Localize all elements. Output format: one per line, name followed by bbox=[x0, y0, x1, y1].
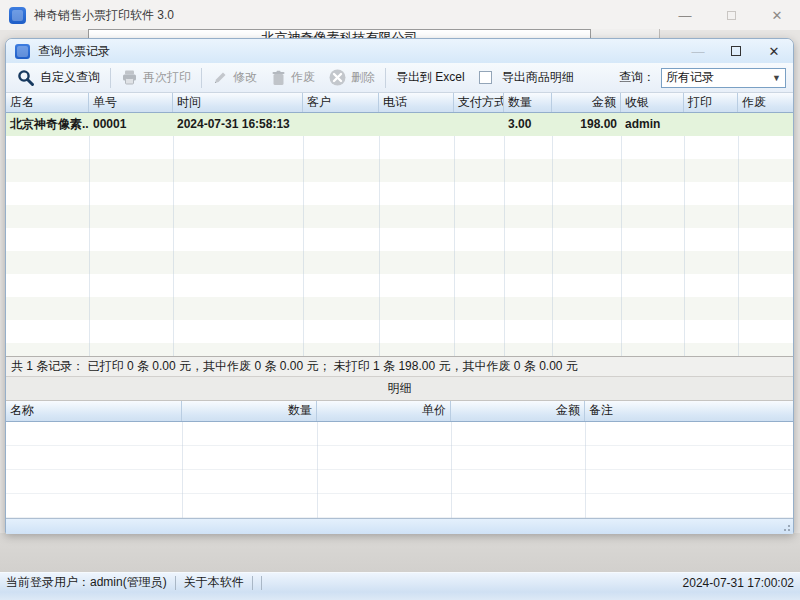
export-excel-label: 导出到 Excel bbox=[396, 69, 465, 86]
col-payment[interactable]: 支付方式 bbox=[454, 93, 504, 112]
export-excel-button[interactable]: 导出到 Excel bbox=[389, 66, 472, 90]
query-filter-value: 所有记录 bbox=[666, 69, 714, 86]
delete-label: 删除 bbox=[351, 69, 375, 86]
col-amount[interactable]: 金额 bbox=[552, 93, 621, 112]
app-icon bbox=[9, 7, 26, 24]
main-window-titlebar: 神奇销售小票打印软件 3.0 — ✕ bbox=[0, 0, 800, 30]
export-items-label: 导出商品明细 bbox=[502, 69, 574, 86]
delete-button[interactable]: 删除 bbox=[322, 66, 382, 90]
dialog-minimize-button[interactable]: — bbox=[679, 40, 717, 62]
detail-section-title: 明细 bbox=[6, 377, 793, 401]
main-close-button[interactable]: ✕ bbox=[754, 0, 800, 30]
statusbar-current-user: 当前登录用户：admin(管理员) bbox=[6, 574, 167, 591]
statusbar-about-link[interactable]: 关于本软件 bbox=[184, 574, 244, 591]
maximize-icon bbox=[731, 46, 741, 56]
export-items-checkbox-group[interactable]: 导出商品明细 bbox=[472, 66, 581, 90]
pencil-icon bbox=[212, 70, 228, 86]
col-item-price[interactable]: 单价 bbox=[317, 401, 451, 421]
cell-customer bbox=[303, 113, 379, 136]
search-icon bbox=[17, 69, 35, 87]
cell-cashier: admin bbox=[621, 113, 684, 136]
cell-phone bbox=[379, 113, 454, 136]
table-row[interactable]: 北京神奇像素... 00001 2024-07-31 16:58:13 3.00… bbox=[6, 113, 793, 136]
printer-icon bbox=[121, 69, 138, 86]
col-item-qty[interactable]: 数量 bbox=[182, 401, 317, 421]
x-circle-icon bbox=[329, 69, 346, 86]
dialog-titlebar: 查询小票记录 — ✕ bbox=[6, 39, 793, 63]
detail-table-body bbox=[6, 422, 793, 518]
records-summary: 共 1 条记录： 已打印 0 条 0.00 元，其中作废 0 条 0.00 元；… bbox=[6, 356, 793, 377]
divider bbox=[110, 68, 111, 88]
dialog-close-button[interactable]: ✕ bbox=[755, 40, 793, 62]
divider bbox=[175, 576, 176, 590]
query-filter-select[interactable]: 所有记录 ▼ bbox=[661, 68, 786, 88]
modify-button[interactable]: 修改 bbox=[205, 66, 264, 90]
custom-query-button[interactable]: 自定义查询 bbox=[10, 66, 107, 90]
divider bbox=[261, 576, 262, 590]
cell-qty: 3.00 bbox=[504, 113, 552, 136]
dialog-footer bbox=[6, 518, 793, 534]
col-item-note[interactable]: 备注 bbox=[585, 401, 793, 421]
main-window-footer: 电话：010-53688932 网址：https://www.shenqixia… bbox=[0, 533, 800, 572]
cell-printed bbox=[684, 113, 738, 136]
custom-query-label: 自定义查询 bbox=[40, 69, 100, 86]
cell-amount: 198.00 bbox=[552, 113, 621, 136]
col-qty[interactable]: 数量 bbox=[504, 93, 552, 112]
col-voided[interactable]: 作废 bbox=[738, 93, 793, 112]
col-item-amount[interactable]: 金额 bbox=[451, 401, 585, 421]
main-maximize-button[interactable] bbox=[708, 0, 754, 30]
divider bbox=[201, 68, 202, 88]
cell-voided bbox=[738, 113, 793, 136]
col-store[interactable]: 店名 bbox=[6, 93, 89, 112]
chevron-down-icon: ▼ bbox=[772, 73, 781, 83]
col-phone[interactable]: 电话 bbox=[379, 93, 454, 112]
col-customer[interactable]: 客户 bbox=[303, 93, 379, 112]
main-window-title: 神奇销售小票打印软件 3.0 bbox=[34, 7, 174, 24]
col-printed[interactable]: 打印 bbox=[684, 93, 738, 112]
resize-grip[interactable] bbox=[781, 522, 790, 531]
records-table-body: 北京神奇像素... 00001 2024-07-31 16:58:13 3.00… bbox=[6, 113, 793, 356]
modify-label: 修改 bbox=[233, 69, 257, 86]
reprint-label: 再次打印 bbox=[143, 69, 191, 86]
dialog-app-icon bbox=[15, 44, 30, 59]
col-cashier[interactable]: 收银 bbox=[621, 93, 684, 112]
void-button[interactable]: 作废 bbox=[264, 66, 322, 90]
cell-order-no: 00001 bbox=[89, 113, 173, 136]
query-filter-label: 查询： bbox=[619, 69, 655, 86]
col-time[interactable]: 时间 bbox=[173, 93, 303, 112]
bottom-strip bbox=[0, 592, 800, 600]
dialog-maximize-button[interactable] bbox=[717, 40, 755, 62]
col-item-name[interactable]: 名称 bbox=[6, 401, 182, 421]
screen: 神奇销售小票打印软件 3.0 — ✕ 北京神奇像素科技有限公司 电话：010-5… bbox=[0, 0, 800, 600]
dialog-toolbar: 自定义查询 再次打印 修改 作废 bbox=[6, 63, 793, 93]
cell-time: 2024-07-31 16:58:13 bbox=[173, 113, 303, 136]
query-receipts-dialog: 查询小票记录 — ✕ 自定义查询 再次打印 bbox=[5, 38, 794, 533]
cell-store: 北京神奇像素... bbox=[6, 113, 89, 136]
dialog-title: 查询小票记录 bbox=[38, 43, 110, 60]
void-label: 作废 bbox=[291, 69, 315, 86]
statusbar-datetime: 2024-07-31 17:00:02 bbox=[683, 576, 794, 590]
cell-payment bbox=[454, 113, 504, 136]
checkbox-icon[interactable] bbox=[479, 71, 492, 84]
statusbar: 当前登录用户：admin(管理员) 关于本软件 2024-07-31 17:00… bbox=[0, 572, 800, 592]
detail-table-header: 名称 数量 单价 金额 备注 bbox=[6, 401, 793, 422]
col-order-no[interactable]: 单号 bbox=[89, 93, 173, 112]
reprint-button[interactable]: 再次打印 bbox=[114, 66, 198, 90]
main-minimize-button[interactable]: — bbox=[662, 0, 708, 30]
trash-icon bbox=[271, 70, 286, 86]
divider bbox=[252, 576, 253, 590]
divider bbox=[385, 68, 386, 88]
records-table-header: 店名 单号 时间 客户 电话 支付方式 数量 金额 收银 打印 作废 bbox=[6, 93, 793, 113]
maximize-icon bbox=[727, 11, 736, 20]
